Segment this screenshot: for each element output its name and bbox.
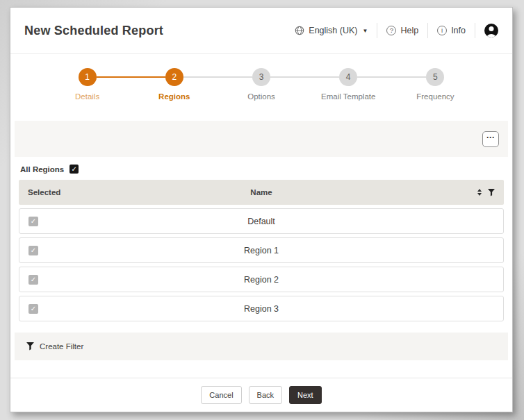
regions-table: Selected Name ✓ Default ✓ Region 1 ✓ <box>19 180 504 321</box>
header-divider <box>427 23 428 38</box>
table-row[interactable]: ✓ Default <box>19 208 504 234</box>
chevron-down-icon: ▼ <box>363 28 368 34</box>
row-checkbox-checked[interactable]: ✓ <box>28 275 38 285</box>
header-divider <box>475 23 475 38</box>
step-circle: 4 <box>339 68 357 86</box>
user-avatar-icon[interactable] <box>484 24 498 37</box>
step-email-template[interactable]: 4 Email Template <box>305 68 392 118</box>
table-row[interactable]: ✓ Region 2 <box>19 267 504 292</box>
info-label: Info <box>451 26 466 35</box>
info-icon: i <box>437 26 447 35</box>
filter-icon <box>26 342 34 351</box>
step-circle: 1 <box>79 68 97 86</box>
table-header: Selected Name <box>19 180 504 205</box>
new-scheduled-report-window: New Scheduled Report English (UK) ▼ ? He… <box>10 7 513 412</box>
row-checkbox-checked[interactable]: ✓ <box>28 217 38 226</box>
region-name: Region 1 <box>244 246 279 255</box>
language-label: English (UK) <box>309 26 357 35</box>
step-label: Frequency <box>416 92 454 101</box>
info-button[interactable]: i Info <box>437 26 466 35</box>
page-title: New Scheduled Report <box>24 24 163 38</box>
region-name: Region 3 <box>244 304 279 314</box>
step-label: Options <box>247 92 275 101</box>
column-header-selected: Selected <box>28 188 60 196</box>
header-actions: English (UK) ▼ ? Help i Info <box>295 23 498 38</box>
language-selector[interactable]: English (UK) ▼ <box>295 26 368 35</box>
help-button[interactable]: ? Help <box>386 26 418 35</box>
region-name: Default <box>247 217 275 226</box>
all-regions-checkbox[interactable]: ✓ <box>69 165 79 174</box>
header: New Scheduled Report English (UK) ▼ ? He… <box>10 8 512 54</box>
region-name: Region 2 <box>244 275 279 285</box>
back-button[interactable]: Back <box>249 386 282 404</box>
next-button[interactable]: Next <box>289 386 322 404</box>
main-content: ··· All Regions ✓ Selected Name ✓ Defaul… <box>10 118 512 412</box>
row-checkbox-checked[interactable]: ✓ <box>28 304 38 314</box>
row-checkbox-checked[interactable]: ✓ <box>28 246 38 255</box>
step-label: Email Template <box>321 92 375 101</box>
step-circle: 3 <box>252 68 270 86</box>
help-label: Help <box>400 26 418 35</box>
all-regions-label: All Regions <box>20 165 64 174</box>
step-regions[interactable]: 2 Regions <box>131 68 218 118</box>
create-filter-label: Create Filter <box>40 342 83 351</box>
table-header-icons <box>477 189 495 196</box>
step-circle: 5 <box>426 68 444 86</box>
question-icon: ? <box>386 26 396 35</box>
all-regions-row: All Regions ✓ <box>10 157 512 180</box>
footer: Cancel Back Next <box>10 378 512 412</box>
cancel-button[interactable]: Cancel <box>201 386 241 404</box>
more-options-button[interactable]: ··· <box>482 131 499 147</box>
toolbar: ··· <box>15 121 508 157</box>
step-options[interactable]: 3 Options <box>218 68 304 118</box>
column-header-name: Name <box>250 188 272 196</box>
step-label: Regions <box>158 92 190 101</box>
header-divider <box>377 23 377 38</box>
table-row[interactable]: ✓ Region 3 <box>19 296 504 321</box>
filter-icon[interactable] <box>488 189 495 196</box>
sort-icon[interactable] <box>477 189 482 196</box>
step-details[interactable]: 1 Details <box>44 68 131 118</box>
create-filter-button[interactable]: Create Filter <box>15 333 508 360</box>
step-frequency[interactable]: 5 Frequency <box>392 68 479 118</box>
step-label: Details <box>75 92 99 101</box>
table-row[interactable]: ✓ Region 1 <box>19 237 504 263</box>
step-circle: 2 <box>165 68 183 86</box>
globe-icon <box>295 26 304 35</box>
wizard-stepper: 1 Details 2 Regions 3 Options 4 Email Te… <box>10 54 512 118</box>
